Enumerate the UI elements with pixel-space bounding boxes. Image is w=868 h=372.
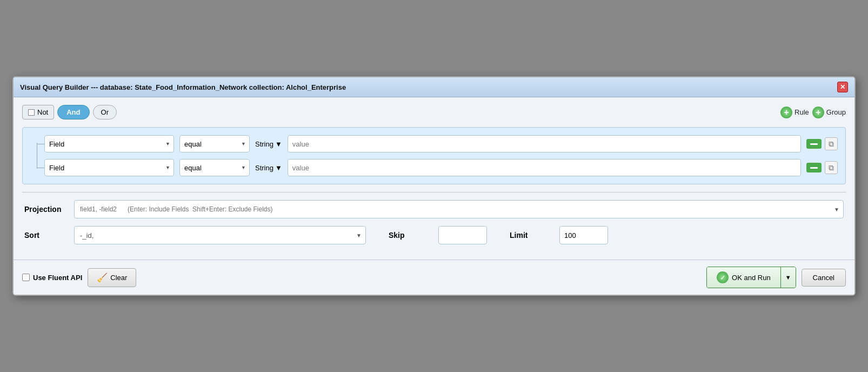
tree-line-vertical bbox=[37, 143, 37, 169]
tree-line-horizontal bbox=[37, 168, 44, 168]
operator-select-2[interactable]: equal not equal greater than less than bbox=[179, 159, 250, 176]
sort-label: Sort bbox=[24, 231, 68, 240]
cancel-button[interactable]: Cancel bbox=[802, 269, 846, 287]
ok-run-dropdown-icon: ▼ bbox=[785, 274, 791, 281]
row-actions-2: ⧉ bbox=[806, 161, 838, 174]
options-section: Projection ▼ Sort ▼ Skip Limit bbox=[22, 200, 846, 260]
operator-select-1[interactable]: equal not equal greater than less than bbox=[179, 135, 250, 152]
copy-rule-button-1[interactable]: ⧉ bbox=[825, 137, 838, 150]
field-select-2[interactable]: Field bbox=[44, 159, 174, 176]
ok-run-group: ✓ OK and Run ▼ bbox=[706, 267, 796, 288]
projection-input[interactable] bbox=[74, 200, 844, 218]
not-label: Not bbox=[37, 108, 48, 116]
type-arrow-1: ▼ bbox=[275, 140, 282, 148]
add-rule-button[interactable]: + Rule bbox=[780, 107, 809, 118]
remove-rule-button-2[interactable] bbox=[806, 163, 822, 172]
limit-input[interactable] bbox=[559, 226, 608, 244]
limit-label: Limit bbox=[510, 231, 553, 240]
type-label-2: String bbox=[255, 164, 273, 172]
cancel-label: Cancel bbox=[813, 274, 834, 282]
type-dropdown-2[interactable]: String ▼ bbox=[255, 164, 282, 172]
remove-rule-button-1[interactable] bbox=[806, 139, 822, 149]
footer: Use Fluent API 🧹 Clear ✓ OK and Run ▼ Ca… bbox=[14, 260, 854, 295]
clear-label: Clear bbox=[110, 274, 127, 282]
dialog-title: Visual Query Builder --- database: State… bbox=[20, 83, 346, 91]
ok-run-dropdown-button[interactable]: ▼ bbox=[781, 267, 796, 288]
rule-fields: Field equal not equal greater than less … bbox=[44, 135, 838, 152]
skip-label: Skip bbox=[389, 231, 432, 240]
type-label-1: String bbox=[255, 140, 273, 148]
sort-chevron-icon: ▼ bbox=[356, 232, 362, 238]
field-select-1[interactable]: Field bbox=[44, 135, 174, 152]
title-bar: Visual Query Builder --- database: State… bbox=[14, 77, 854, 97]
fluent-checkbox-box bbox=[22, 274, 30, 281]
projection-row: Projection ▼ bbox=[24, 200, 844, 218]
not-button[interactable]: Not bbox=[22, 105, 54, 119]
fluent-api-label: Use Fluent API bbox=[33, 274, 82, 282]
copy-rule-button-2[interactable]: ⧉ bbox=[825, 161, 838, 174]
sort-wrapper: ▼ bbox=[74, 226, 366, 244]
tree-line-horizontal bbox=[37, 144, 44, 144]
clear-button[interactable]: 🧹 Clear bbox=[88, 268, 136, 287]
projection-wrapper: ▼ bbox=[74, 200, 844, 218]
sort-input[interactable] bbox=[74, 226, 366, 244]
ok-run-label: OK and Run bbox=[732, 274, 771, 282]
add-rule-label: Rule bbox=[794, 108, 809, 116]
add-rule-icon: + bbox=[780, 107, 792, 118]
sort-row: Sort ▼ Skip Limit bbox=[24, 226, 844, 244]
type-arrow-2: ▼ bbox=[275, 164, 282, 172]
operator-select-wrapper-2: equal not equal greater than less than bbox=[179, 159, 250, 176]
field-select-wrapper-2: Field bbox=[44, 159, 174, 176]
ok-run-button[interactable]: ✓ OK and Run bbox=[707, 267, 781, 288]
row-actions-1: ⧉ bbox=[806, 137, 838, 150]
add-group-icon: + bbox=[812, 107, 824, 118]
not-checkbox bbox=[28, 109, 35, 116]
operator-select-wrapper-1: equal not equal greater than less than bbox=[179, 135, 250, 152]
skip-input[interactable] bbox=[438, 226, 487, 244]
logic-row: Not And Or + Rule + Group bbox=[22, 105, 846, 119]
eraser-icon: 🧹 bbox=[97, 273, 108, 283]
or-button[interactable]: Or bbox=[93, 105, 117, 119]
projection-label: Projection bbox=[24, 205, 68, 214]
rules-container: Field equal not equal greater than less … bbox=[22, 127, 846, 184]
add-group-label: Group bbox=[826, 108, 846, 116]
rules-wrapper: Field equal not equal greater than less … bbox=[34, 135, 838, 176]
value-input-1[interactable] bbox=[288, 135, 801, 152]
rule-row: Field equal not equal greater than less … bbox=[44, 159, 838, 176]
fluent-api-checkbox[interactable]: Use Fluent API bbox=[22, 274, 82, 282]
type-dropdown-1[interactable]: String ▼ bbox=[255, 140, 282, 148]
close-button[interactable]: ✕ bbox=[837, 82, 848, 92]
field-select-wrapper-1: Field bbox=[44, 135, 174, 152]
value-input-2[interactable] bbox=[288, 159, 801, 176]
rule-row: Field equal not equal greater than less … bbox=[44, 135, 838, 152]
dialog-window: Visual Query Builder --- database: State… bbox=[12, 76, 856, 296]
add-group-button[interactable]: + Group bbox=[812, 107, 846, 118]
ok-run-check-icon: ✓ bbox=[717, 271, 729, 283]
and-button[interactable]: And bbox=[57, 105, 89, 119]
main-content: Not And Or + Rule + Group bbox=[14, 97, 854, 260]
rule-fields: Field equal not equal greater than less … bbox=[44, 159, 838, 176]
projection-chevron-icon: ▼ bbox=[834, 207, 839, 212]
section-divider bbox=[22, 192, 846, 192]
